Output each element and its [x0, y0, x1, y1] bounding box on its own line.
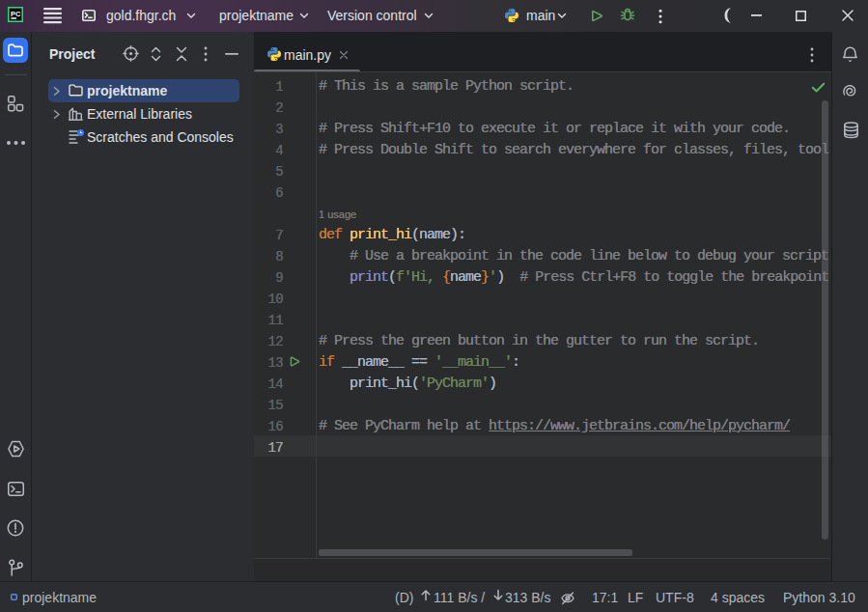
svg-text:PC: PC [11, 10, 21, 18]
